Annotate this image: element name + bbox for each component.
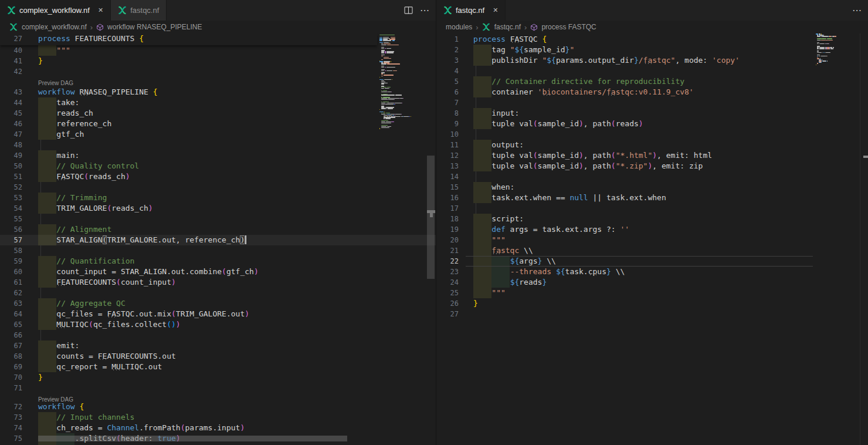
code-line[interactable]: 48 — [0, 140, 436, 150]
line-number[interactable]: 23 — [436, 267, 459, 277]
line-number[interactable]: 63 — [0, 298, 22, 309]
code-line[interactable]: 21 fastqc \\ — [436, 245, 868, 256]
code-line[interactable]: 60 count_input = STAR_ALIGN.out.combine(… — [0, 267, 436, 277]
code-line[interactable]: 56 // Alignment — [0, 224, 436, 235]
line-number[interactable]: 7 — [436, 97, 459, 108]
code-line[interactable]: 27 — [436, 309, 868, 319]
line-number[interactable]: 10 — [436, 129, 459, 140]
code-line[interactable]: 58 — [0, 245, 436, 256]
code-line[interactable]: 68 counts = FEATURECOUNTS.out — [0, 351, 436, 362]
code-line[interactable]: 14 — [436, 171, 868, 182]
code-line[interactable]: 64 qc_files = FASTQC.out.mix(TRIM_GALORE… — [0, 309, 436, 319]
line-number[interactable]: 65 — [0, 319, 22, 330]
line-number[interactable]: 74 — [0, 423, 22, 433]
code-line[interactable]: 73 // Input channels — [0, 412, 436, 423]
code-line[interactable]: 53 // Trimming — [0, 193, 436, 203]
line-number[interactable]: 67 — [0, 341, 22, 351]
line-number[interactable]: 75 — [0, 433, 22, 444]
tab-fastqc-right[interactable]: fastqc.nf ✕ — [436, 0, 506, 21]
line-number[interactable]: 18 — [436, 214, 459, 224]
line-number[interactable]: 22 — [436, 256, 459, 267]
breadcrumb-file[interactable]: fastqc.nf — [494, 23, 521, 31]
line-number[interactable]: 5 — [436, 76, 459, 87]
code-line[interactable]: 59 // Quantification — [0, 256, 436, 267]
code-line[interactable]: 55 — [0, 214, 436, 224]
line-number[interactable]: 46 — [0, 119, 22, 129]
line-number[interactable]: 27 — [436, 309, 459, 319]
code-line[interactable]: 70} — [0, 372, 436, 383]
code-line[interactable]: 51 FASTQC(reads_ch) — [0, 171, 436, 182]
close-icon[interactable]: ✕ — [98, 6, 103, 14]
line-number[interactable]: 24 — [436, 277, 459, 288]
line-number[interactable]: 70 — [0, 372, 22, 383]
code-line[interactable]: 49 main: — [0, 150, 436, 161]
code-line[interactable]: 25 """ — [436, 288, 868, 298]
code-line[interactable]: 23 --threads ${task.cpus} \\ — [436, 267, 868, 277]
code-line[interactable]: 11 output: — [436, 140, 868, 150]
code-line[interactable]: 66 — [0, 330, 436, 341]
code-line[interactable]: 22 ${args} \\ — [436, 256, 868, 267]
code-line[interactable]: 15 when: — [436, 182, 868, 193]
line-number[interactable]: 13 — [436, 161, 459, 171]
code-line[interactable]: 65 MULTIQC(qc_files.collect()) — [0, 319, 436, 330]
line-number[interactable]: 73 — [0, 412, 22, 423]
line-number[interactable]: 58 — [0, 245, 22, 256]
breadcrumb-symbol[interactable]: workflow RNASEQ_PIPELINE — [107, 23, 202, 31]
line-number[interactable]: 27 — [0, 33, 22, 44]
line-number[interactable]: 2 — [436, 45, 459, 55]
code-line[interactable]: 40 """ — [0, 45, 436, 56]
minimap[interactable] — [378, 33, 428, 167]
line-number[interactable]: 57 — [0, 235, 22, 245]
breadcrumb-symbol[interactable]: process FASTQC — [541, 23, 596, 31]
code-line[interactable]: 63 // Aggregate QC — [0, 298, 436, 309]
code-line[interactable]: 13 tuple val(sample_id), path("*.zip"), … — [436, 161, 868, 171]
code-line[interactable]: 27process FEATURECOUNTS { — [0, 33, 377, 44]
line-number[interactable]: 6 — [436, 87, 459, 97]
line-number[interactable]: 25 — [436, 288, 459, 298]
line-number[interactable]: 55 — [0, 214, 22, 224]
code-line[interactable]: 72workflow { — [0, 402, 436, 412]
line-number[interactable]: 71 — [0, 383, 22, 393]
code-line[interactable]: 67 emit: — [0, 341, 436, 351]
code-line[interactable]: 5 // Container directive for reproducibi… — [436, 76, 868, 87]
line-number[interactable]: 61 — [0, 277, 22, 288]
line-number[interactable]: 56 — [0, 224, 22, 235]
code-line[interactable]: 71 — [0, 383, 436, 393]
horizontal-scrollbar[interactable] — [38, 436, 347, 441]
line-number[interactable]: 14 — [436, 171, 459, 182]
code-line[interactable]: 44 take: — [0, 97, 436, 108]
line-number[interactable]: 16 — [436, 193, 459, 203]
code-line[interactable]: 74 ch_reads = Channel.fromPath(params.in… — [0, 423, 436, 433]
code-line[interactable]: 43workflow RNASEQ_PIPELINE { — [0, 87, 436, 97]
code-line[interactable]: 1process FASTQC { — [436, 34, 868, 45]
line-number[interactable]: 68 — [0, 351, 22, 362]
line-number[interactable]: 66 — [0, 330, 22, 341]
code-line[interactable]: 17 — [436, 203, 868, 214]
line-number[interactable]: 42 — [0, 66, 22, 77]
code-line[interactable]: 20 """ — [436, 235, 868, 245]
line-number[interactable]: 43 — [0, 87, 22, 97]
code-line[interactable]: 61 FEATURECOUNTS(count_input) — [0, 277, 436, 288]
code-line[interactable]: 52 — [0, 182, 436, 193]
line-number[interactable]: 45 — [0, 108, 22, 119]
code-line[interactable]: 50 // Quality control — [0, 161, 436, 171]
line-number[interactable]: 48 — [0, 140, 22, 150]
code-line[interactable]: 6 container 'biocontainers/fastqc:v0.11.… — [436, 87, 868, 97]
line-number[interactable]: 69 — [0, 362, 22, 372]
line-number[interactable]: 62 — [0, 288, 22, 298]
line-number[interactable]: 26 — [436, 298, 459, 309]
code-line[interactable]: 8 input: — [436, 108, 868, 119]
line-number[interactable]: 50 — [0, 161, 22, 171]
more-actions-icon[interactable]: ⋯ — [852, 8, 862, 14]
code-line[interactable]: 57 STAR_ALIGN(TRIM_GALORE.out, reference… — [0, 235, 436, 245]
line-number[interactable]: 49 — [0, 150, 22, 161]
code-line[interactable]: 46 reference_ch — [0, 119, 436, 129]
tab-fastqc-left[interactable]: fastqc.nf — [111, 0, 167, 21]
line-number[interactable]: 51 — [0, 171, 22, 182]
code-line[interactable]: 16 task.ext.when == null || task.ext.whe… — [436, 193, 868, 203]
code-line[interactable]: 42 — [0, 66, 436, 77]
tab-complex-workflow[interactable]: complex_workflow.nf ✕ — [0, 0, 111, 21]
line-number[interactable]: 20 — [436, 235, 459, 245]
line-number[interactable]: 59 — [0, 256, 22, 267]
line-number[interactable]: 12 — [436, 150, 459, 161]
